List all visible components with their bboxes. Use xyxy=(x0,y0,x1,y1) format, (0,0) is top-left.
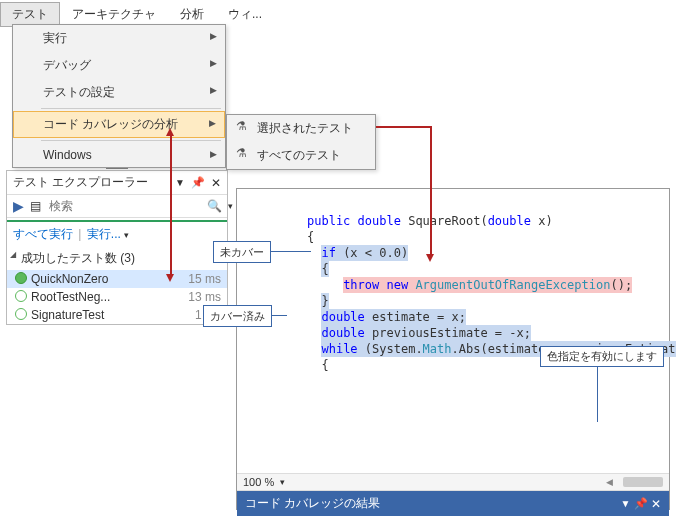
horizontal-scrollbar[interactable] xyxy=(623,477,663,487)
coverage-results-panel: コード カバレッジの結果 ▼ 📌 ✕ ctsoasm_MAIN50531 201… xyxy=(237,491,669,509)
chevron-right-icon: ▶ xyxy=(210,58,217,68)
code-text: (x < 0.0) xyxy=(336,246,408,260)
code-text: estimate = x; xyxy=(365,310,466,324)
callout-connector xyxy=(267,251,311,252)
dropdown-debug[interactable]: デバッグ ▶ xyxy=(13,52,225,79)
code-keyword: new xyxy=(379,278,408,292)
code-text: } xyxy=(321,293,328,309)
close-icon[interactable]: ✕ xyxy=(651,497,661,511)
separator: | xyxy=(78,227,81,241)
test-explorer-toolbar: ▶ ▤ 🔍 ▾ xyxy=(7,195,227,218)
code-keyword: double xyxy=(488,214,531,228)
not-run-icon xyxy=(15,290,27,302)
uncovered-callout: 未カバー xyxy=(213,241,271,263)
dropdown-windows[interactable]: Windows ▶ xyxy=(13,143,225,167)
pass-icon xyxy=(15,272,27,284)
test-row[interactable]: SignatureTest1 ms xyxy=(7,306,227,324)
test-duration: 15 ms xyxy=(188,272,221,286)
annotation-arrow xyxy=(430,126,432,256)
code-text: { xyxy=(321,358,328,372)
test-explorer-run-links: すべて実行 | 実行... ▾ xyxy=(7,220,227,247)
submenu-selected-tests[interactable]: ⚗ 選択されたテスト xyxy=(227,115,375,142)
callout-connector xyxy=(597,362,598,422)
close-icon[interactable]: ✕ xyxy=(211,176,221,190)
dropdown-coverage-label: コード カバレッジの分析 xyxy=(43,117,178,131)
arrowhead-up-icon xyxy=(166,128,174,136)
code-keyword: while xyxy=(321,342,357,356)
test-explorer-panel: テスト エクスプローラー ▼ 📌 ✕ ▶ ▤ 🔍 ▾ すべて実行 | 実行...… xyxy=(6,170,228,325)
test-name: RootTestNeg... xyxy=(31,290,110,304)
code-text: (); xyxy=(610,278,632,292)
coverage-submenu: ⚗ 選択されたテスト ⚗ すべてのテスト xyxy=(226,114,376,170)
test-group-passed[interactable]: 成功したテスト数 (3) xyxy=(7,247,227,270)
code-keyword: double xyxy=(321,326,364,340)
zoom-bar: 100 % ▾ ◀ xyxy=(237,473,669,491)
zoom-level[interactable]: 100 % xyxy=(243,476,274,488)
test-explorer-title: テスト エクスプローラー xyxy=(13,174,148,191)
code-keyword: public xyxy=(307,214,350,228)
code-keyword: double xyxy=(321,310,364,324)
test-explorer-title-bar: テスト エクスプローラー ▼ 📌 ✕ xyxy=(7,171,227,195)
dropdown-settings-label: テストの設定 xyxy=(43,85,115,99)
code-keyword: throw xyxy=(343,278,379,292)
chevron-right-icon: ▶ xyxy=(209,118,216,128)
chevron-down-icon[interactable]: ▾ xyxy=(280,477,285,487)
submenu-all-tests[interactable]: ⚗ すべてのテスト xyxy=(227,142,375,169)
pin-icon[interactable]: 📌 xyxy=(634,497,648,510)
coverage-title: コード カバレッジの結果 xyxy=(245,495,380,512)
pin-icon[interactable]: 📌 xyxy=(191,176,205,189)
arrowhead-down-icon xyxy=(426,254,434,262)
test-row[interactable]: RootTestNeg...13 ms xyxy=(7,288,227,306)
run-all-link[interactable]: すべて実行 xyxy=(13,227,73,241)
code-text: (System. xyxy=(358,342,423,356)
submenu-selected-label: 選択されたテスト xyxy=(257,121,353,135)
search-icon[interactable]: 🔍 xyxy=(207,199,222,213)
code-keyword: if xyxy=(321,246,335,260)
code-text: SquareRoot( xyxy=(401,214,488,228)
separator xyxy=(41,108,221,109)
dropdown-run[interactable]: 実行 ▶ xyxy=(13,25,225,52)
dropdown-settings[interactable]: テストの設定 ▶ xyxy=(13,79,225,106)
test-row[interactable]: QuickNonZero15 ms xyxy=(7,270,227,288)
code-keyword: double xyxy=(350,214,401,228)
flask-icon: ⚗ xyxy=(233,146,249,160)
test-name: SignatureTest xyxy=(31,308,104,322)
separator xyxy=(41,140,221,141)
chevron-down-icon[interactable]: ▾ xyxy=(124,230,129,240)
code-text: { xyxy=(307,230,314,244)
not-run-icon xyxy=(15,308,27,320)
test-duration: 13 ms xyxy=(188,290,221,304)
code-area[interactable]: public double SquareRoot(double x) { if … xyxy=(237,189,669,473)
code-text: x) xyxy=(531,214,553,228)
dropdown-windows-label: Windows xyxy=(43,148,92,162)
code-text: { xyxy=(321,261,328,277)
dropdown-run-label: 実行 xyxy=(43,31,67,45)
chevron-right-icon: ▶ xyxy=(210,149,217,159)
color-toggle-callout: 色指定を有効にします xyxy=(540,346,664,367)
playlist-icon[interactable]: ▶ xyxy=(13,198,24,214)
dropdown-icon[interactable]: ▾ xyxy=(228,201,233,211)
code-type: Math xyxy=(423,342,452,356)
test-name: QuickNonZero xyxy=(31,272,108,286)
code-text: previousEstimate = -x; xyxy=(365,326,531,340)
dropdown-coverage[interactable]: コード カバレッジの分析 ▶ xyxy=(13,111,225,138)
test-dropdown: 実行 ▶ デバッグ ▶ テストの設定 ▶ コード カバレッジの分析 ▶ Wind… xyxy=(12,24,226,168)
dropdown-icon[interactable]: ▼ xyxy=(175,177,185,188)
annotation-arrow xyxy=(170,132,172,276)
chevron-right-icon: ▶ xyxy=(210,31,217,41)
arrowhead-down-icon xyxy=(166,274,174,282)
chevron-right-icon: ▶ xyxy=(210,85,217,95)
dropdown-icon[interactable]: ▼ xyxy=(620,498,630,509)
flask-icon: ⚗ xyxy=(233,119,249,133)
search-input[interactable] xyxy=(47,198,201,214)
code-type: ArgumentOutOfRangeException xyxy=(408,278,610,292)
covered-callout: カバー済み xyxy=(203,305,272,327)
coverage-title-bar: コード カバレッジの結果 ▼ 📌 ✕ xyxy=(237,491,669,516)
group-icon[interactable]: ▤ xyxy=(30,199,41,213)
dropdown-debug-label: デバッグ xyxy=(43,58,91,72)
scroll-left-icon[interactable]: ◀ xyxy=(606,477,613,487)
run-link[interactable]: 実行... xyxy=(87,227,121,241)
submenu-all-label: すべてのテスト xyxy=(257,148,341,162)
annotation-arrow xyxy=(376,126,430,128)
